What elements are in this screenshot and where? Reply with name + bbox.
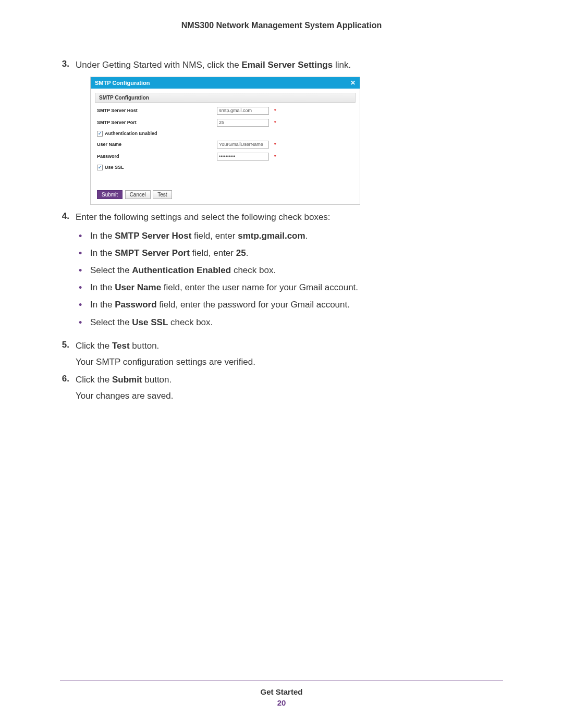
label-pass: Password	[97, 154, 217, 159]
page-header: NMS300 Network Management System Applica…	[0, 0, 563, 30]
text-post: link.	[333, 60, 351, 70]
bullet-pass: In the Password field, enter the passwor…	[76, 298, 503, 312]
label-user: User Name	[97, 142, 217, 147]
step-6: 6. Click the Submit button. Your changes…	[60, 374, 503, 402]
step-subtext: Your changes are saved.	[76, 389, 503, 403]
step-text: Enter the following settings and select …	[76, 212, 331, 222]
step-subtext: Your SMTP configuration settings are ver…	[76, 355, 503, 369]
bullet-auth: Select the Authentication Enabled check …	[76, 263, 503, 277]
bullet-user: In the User Name field, enter the user n…	[76, 280, 503, 294]
text-pre: Under Getting Started with NMS, click th…	[76, 60, 241, 70]
submit-button[interactable]: Submit	[97, 190, 123, 199]
input-port[interactable]	[217, 119, 269, 127]
footer-page-number: 20	[0, 698, 563, 707]
label-auth: Authentication Enabled	[105, 131, 157, 136]
page-footer: Get Started 20	[0, 687, 563, 707]
footer-section: Get Started	[0, 687, 563, 696]
step-4: 4. Enter the following settings and sele…	[60, 211, 503, 335]
label-ssl: Use SSL	[105, 165, 124, 170]
checkbox-auth[interactable]: ✓	[97, 131, 103, 137]
label-host: SMTP Server Host	[97, 108, 217, 113]
step-number: 5.	[60, 340, 76, 368]
page-content: 3. Under Getting Started with NMS, click…	[0, 30, 563, 402]
step-number: 4.	[60, 211, 76, 335]
bullet-port: In the SMPT Server Port field, enter 25.	[76, 246, 503, 260]
cancel-button[interactable]: Cancel	[125, 190, 151, 199]
step-number: 3.	[60, 59, 76, 71]
dialog-titlebar: SMTP Configuration ✕	[91, 77, 360, 89]
step-3: 3. Under Getting Started with NMS, click…	[60, 59, 503, 71]
step-text: Under Getting Started with NMS, click th…	[76, 60, 351, 70]
required-asterisk: *	[274, 142, 279, 147]
step-number: 6.	[60, 374, 76, 402]
bullet-host: In the SMTP Server Host field, enter smt…	[76, 229, 503, 243]
test-button[interactable]: Test	[153, 190, 172, 199]
section-header: SMTP Configuration	[95, 93, 356, 103]
checkbox-ssl[interactable]: ✓	[97, 165, 103, 170]
footer-rule	[60, 681, 503, 681]
close-icon[interactable]: ✕	[350, 79, 356, 87]
label-port: SMTP Server Port	[97, 120, 217, 125]
input-user[interactable]	[217, 141, 269, 149]
input-pass[interactable]	[217, 153, 269, 161]
input-host[interactable]	[217, 107, 269, 115]
step-5: 5. Click the Test button. Your SMTP conf…	[60, 340, 503, 368]
required-asterisk: *	[274, 108, 279, 113]
bullet-ssl: Select the Use SSL check box.	[76, 315, 503, 329]
dialog-title: SMTP Configuration	[95, 80, 150, 86]
smtp-config-dialog: SMTP Configuration ✕ SMTP Configuration …	[90, 77, 360, 205]
text-link: Email Server Settings	[241, 60, 333, 70]
required-asterisk: *	[274, 154, 279, 159]
required-asterisk: *	[274, 120, 279, 125]
